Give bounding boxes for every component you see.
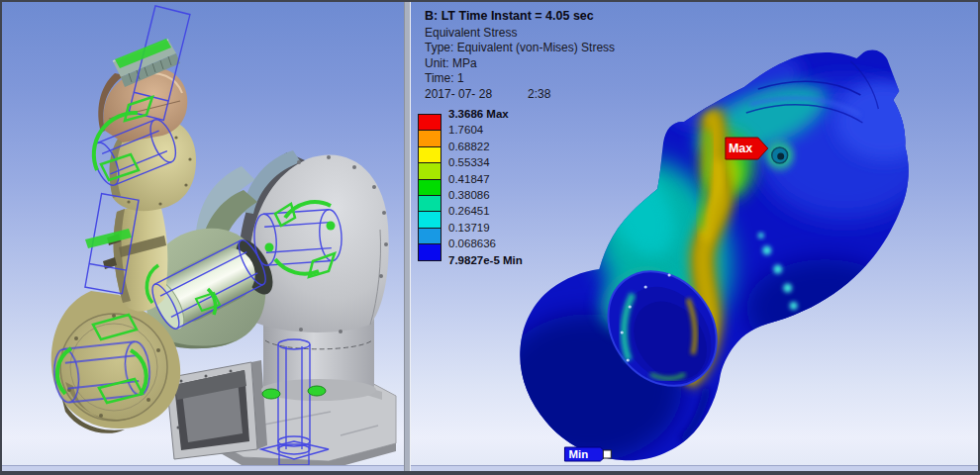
stress-part (495, 40, 933, 471)
result-time-line: Time: 1 (425, 71, 615, 87)
min-flag-anchor (603, 450, 611, 458)
legend-value-label: 0.38086 (448, 189, 490, 201)
legend-band (419, 163, 441, 179)
legend-band (419, 180, 441, 196)
window-frame: Max Min B: LT Time Instant = 4.05 sec Eq… (0, 0, 980, 475)
legend-value-label: 0.68822 (448, 141, 490, 152)
min-flag-label: Min (568, 448, 588, 460)
result-type-line: Type: Equivalent (von-Mises) Stress (425, 41, 615, 56)
stress-legend: 3.3686 Max1.76040.688220.553340.418470.3… (418, 114, 546, 282)
result-title: B: LT Time Instant = 4.05 sec (425, 9, 615, 25)
legend-band (419, 244, 441, 259)
legend-value-label: 7.9827e-5 Min (448, 254, 523, 266)
legend-band (419, 147, 441, 163)
geometry-view-panel[interactable] (2, 2, 404, 471)
result-clock: 2:38 (528, 87, 550, 101)
panel-divider[interactable] (404, 2, 411, 471)
legend-band (419, 131, 441, 146)
result-header: B: LT Time Instant = 4.05 sec Equivalent… (425, 9, 615, 103)
result-date: 2017- 07- 28 (425, 87, 492, 101)
legend-band (419, 115, 441, 131)
legend-value-label: 0.13719 (448, 222, 490, 234)
legend-band (419, 196, 441, 212)
gearbox-pan (166, 360, 267, 459)
legend-band (419, 229, 441, 244)
legend-value-label: 0.068636 (448, 238, 496, 249)
result-date-row: 2017- 07- 282:38 (425, 87, 615, 103)
max-annotation-flag[interactable]: Max (726, 138, 768, 159)
robot-arm-rendering (2, 2, 404, 471)
max-flag-label: Max (729, 142, 752, 155)
legend-color-bar (418, 114, 441, 261)
result-view-panel[interactable]: Max Min B: LT Time Instant = 4.05 sec Eq… (411, 2, 978, 471)
legend-value-label: 0.55334 (448, 156, 490, 168)
legend-value-label: 0.26451 (448, 205, 490, 217)
result-name: Equivalent Stress (425, 26, 615, 42)
legend-value-label: 1.7604 (448, 124, 483, 136)
legend-value-label: 3.3686 Max (448, 108, 509, 120)
legend-value-label: 0.41847 (448, 173, 490, 185)
legend-band (419, 212, 441, 228)
result-unit-line: Unit: MPa (425, 56, 615, 72)
